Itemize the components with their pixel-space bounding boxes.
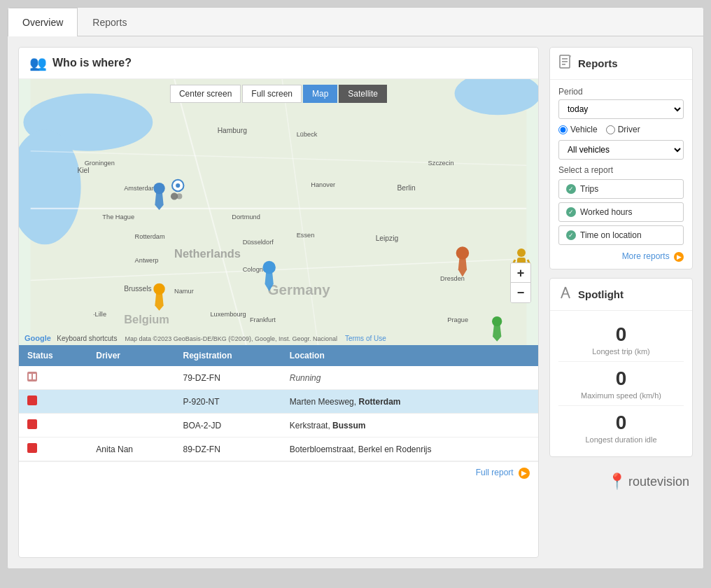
svg-text:Düsseldorf: Düsseldorf xyxy=(243,239,274,246)
svg-text:Antwerp: Antwerp xyxy=(135,257,159,264)
period-select[interactable]: today yesterday this week last week this… xyxy=(558,99,684,119)
worked-hours-report-button[interactable]: ✓ Worked hours xyxy=(558,202,684,222)
tabs-bar: Overview Reports xyxy=(8,8,703,36)
svg-text:Germany: Germany xyxy=(268,281,331,298)
google-logo: Google xyxy=(24,334,51,342)
map-view-button[interactable]: Map xyxy=(303,85,337,103)
more-reports-link[interactable]: More reports xyxy=(622,251,670,261)
map-attribution: Google Keyboard shortcuts Map data ©2023… xyxy=(24,334,386,342)
terms-link[interactable]: Terms of Use xyxy=(345,335,386,342)
vehicles-select[interactable]: All vehicles xyxy=(558,140,684,160)
svg-line-63 xyxy=(565,287,570,298)
table-header-row: Status Driver Registration Location xyxy=(19,345,538,366)
registration-cell: 79-DZ-FN xyxy=(175,366,281,390)
reports-body: Period today yesterday this week last we… xyxy=(550,80,692,269)
center-screen-button[interactable]: Center screen xyxy=(170,85,241,103)
svg-text:Brussels: Brussels xyxy=(124,285,151,293)
map-svg: Hamburg Groningen Amsterdam The Hague Ro… xyxy=(19,79,538,345)
right-panel: Reports Period today yesterday this week… xyxy=(549,47,693,558)
vehicles-table-wrapper: Status Driver Registration Location xyxy=(19,345,538,484)
svg-point-37 xyxy=(153,183,164,194)
table-scroll-wrapper[interactable]: Status Driver Registration Location xyxy=(19,345,538,461)
logo-text: routevision xyxy=(628,475,689,489)
max-speed-stat: 0 Maximum speed (km/h) xyxy=(558,362,684,406)
driver-cell xyxy=(87,366,174,390)
period-label: Period xyxy=(558,87,684,97)
longest-idle-label: Longest duration idle xyxy=(558,435,684,444)
vehicle-radio-text: Vehicle xyxy=(570,125,598,134)
status-cell xyxy=(19,390,87,414)
svg-point-49 xyxy=(176,193,182,199)
left-panel: 👥 Who is where? xyxy=(18,47,539,558)
driver-cell xyxy=(87,414,174,438)
svg-point-50 xyxy=(517,248,526,257)
zoom-out-button[interactable]: − xyxy=(511,283,530,302)
tab-reports[interactable]: Reports xyxy=(78,8,141,36)
map-controls: Center screen Full screen Map Satellite xyxy=(170,85,387,103)
more-reports-arrow: ▶ xyxy=(674,252,684,262)
svg-text:Leipzig: Leipzig xyxy=(376,234,399,242)
worked-hours-label: Worked hours xyxy=(580,207,632,217)
trips-report-button[interactable]: ✓ Trips xyxy=(558,179,684,199)
zoom-in-button[interactable]: + xyxy=(511,263,530,283)
status-running-icon xyxy=(27,396,37,405)
more-reports-container: More reports ▶ xyxy=(558,248,684,262)
registration-cell: 89-DZ-FN xyxy=(175,438,281,461)
panel-title: 👥 Who is where? xyxy=(19,48,538,79)
table-row[interactable]: 79-DZ-FN Running xyxy=(19,366,538,390)
reports-card: Reports Period today yesterday this week… xyxy=(549,47,693,270)
svg-text:Namur: Namur xyxy=(174,288,194,295)
trips-label: Trips xyxy=(580,184,598,194)
logo-area: 📍 routevision xyxy=(549,465,693,498)
svg-text:Dortmund: Dortmund xyxy=(232,214,260,220)
driver-radio[interactable] xyxy=(606,125,615,134)
location-cell: Running xyxy=(281,366,538,390)
table-footer: Full report ▶ xyxy=(19,461,538,484)
fullscreen-button[interactable]: Full screen xyxy=(242,85,302,103)
time-on-location-icon: ✓ xyxy=(566,230,576,240)
keyboard-shortcuts[interactable]: Keyboard shortcuts xyxy=(57,335,117,342)
full-report-link[interactable]: Full report xyxy=(476,468,514,477)
svg-text:Berlin: Berlin xyxy=(397,184,416,192)
driver-cell xyxy=(87,390,174,414)
registration-cell: P-920-NT xyxy=(175,390,281,414)
app-container: Overview Reports 👥 Who is where? xyxy=(0,0,711,588)
svg-text:The Hague: The Hague xyxy=(102,214,134,220)
col-status: Status xyxy=(19,345,87,366)
reports-icon xyxy=(558,55,572,72)
svg-text:Belgium: Belgium xyxy=(124,313,169,326)
status-cell xyxy=(19,438,87,461)
main-card: Overview Reports 👥 Who is where? xyxy=(7,7,704,569)
status-pause-icon xyxy=(27,372,37,382)
vehicle-radio[interactable] xyxy=(558,125,568,134)
svg-point-41 xyxy=(262,261,275,274)
location-cell: Kerkstraat, Bussum xyxy=(281,414,538,438)
driver-radio-text: Driver xyxy=(618,125,640,134)
svg-text:Amsterdam: Amsterdam xyxy=(124,185,157,192)
zoom-controls: + − xyxy=(510,262,531,303)
satellite-view-button[interactable]: Satellite xyxy=(339,85,387,103)
content-area: 👥 Who is where? xyxy=(8,36,703,568)
table-row[interactable]: Anita Nan 89-DZ-FN Boterbloemstraat, Ber… xyxy=(19,438,538,461)
spotlight-card-title: Spotlight xyxy=(550,279,692,311)
svg-text:Essen: Essen xyxy=(297,232,315,239)
svg-text:Frankfurt: Frankfurt xyxy=(250,316,276,323)
table-row[interactable]: BOA-2-JD Kerkstraat, Bussum xyxy=(19,414,538,438)
status-cell xyxy=(19,366,87,390)
table-row[interactable]: P-920-NT Marten Meesweg, Rotterdam xyxy=(19,390,538,414)
driver-radio-label[interactable]: Driver xyxy=(606,125,640,134)
max-speed-value: 0 xyxy=(558,368,684,390)
svg-text:Hamburg: Hamburg xyxy=(218,127,248,134)
svg-line-62 xyxy=(561,287,565,298)
vehicle-radio-label[interactable]: Vehicle xyxy=(558,125,598,134)
reports-title: Reports xyxy=(578,57,618,69)
col-driver: Driver xyxy=(87,345,174,366)
time-on-location-label: Time on location xyxy=(580,230,642,240)
tab-overview[interactable]: Overview xyxy=(8,8,78,36)
svg-text:Rotterdam: Rotterdam xyxy=(135,233,165,240)
time-on-location-report-button[interactable]: ✓ Time on location xyxy=(558,225,684,245)
map-data-text: Map data ©2023 GeoBasis-DE/BKG (©2009), … xyxy=(125,335,337,342)
trips-icon: ✓ xyxy=(566,184,576,194)
registration-cell: BOA-2-JD xyxy=(175,414,281,438)
max-speed-label: Maximum speed (km/h) xyxy=(558,391,684,400)
